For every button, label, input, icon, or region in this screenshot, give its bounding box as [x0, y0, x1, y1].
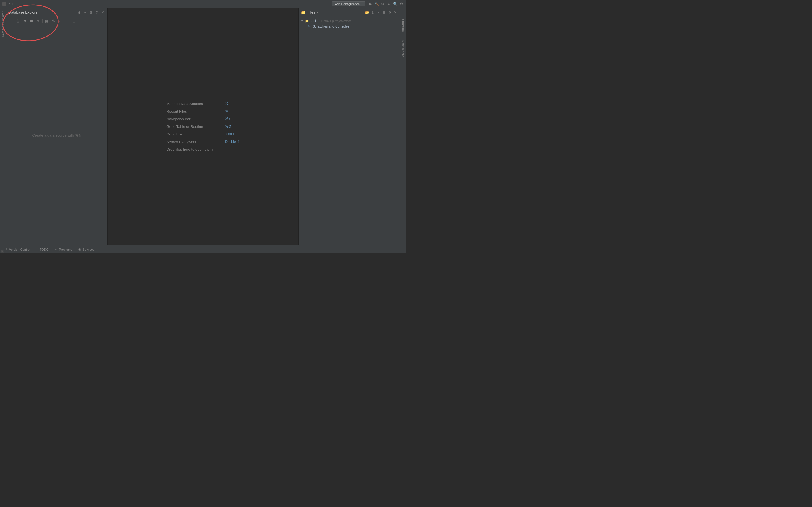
structure-strip-label[interactable]: Structure	[402, 19, 405, 32]
collapse-button[interactable]: ▾	[35, 18, 41, 24]
title-bar-right: Add Configuration... ▶ 🔨 ⚙ ⚙ 🔍 ⚙	[332, 1, 404, 6]
run-button[interactable]: ▶	[368, 2, 373, 6]
editor-shortcuts: Manage Data Sources⌘;Recent Files⌘ENavig…	[161, 96, 245, 157]
todo-label: TODO	[40, 248, 49, 251]
bottom-left-indicator: ▣	[1, 249, 4, 253]
back-button[interactable]: ←	[57, 18, 63, 24]
db-panel-title: Database Explorer	[8, 10, 39, 14]
dropdown-arrow-icon: ▼	[316, 11, 319, 14]
shortcut-row: Go to File⇧⌘O	[166, 132, 239, 136]
split-icon[interactable]: ⊟	[89, 10, 93, 15]
files-split-icon[interactable]: ⊟	[382, 10, 386, 15]
version-control-label: Version Control	[9, 248, 30, 251]
database-explorer-panel: Database Explorer ⊕ ≡ ⊟ ⚙ ✕ + ⎘ ↻ ⇄ ▾ ▦ …	[6, 8, 108, 245]
problems-label: Problems	[59, 248, 72, 251]
todo-tab[interactable]: ≡ TODO	[34, 247, 51, 252]
db-explorer-strip-label[interactable]: Database Explorer	[1, 11, 4, 37]
add-configuration-button[interactable]: Add Configuration...	[332, 1, 365, 6]
files-panel-header: 📁 Files ▼ 📂 ⊙ ≡ ⊟ ⚙ ✕	[299, 8, 400, 17]
shortcut-label: Search Everywhere	[166, 140, 223, 144]
add-datasource-button[interactable]: +	[8, 18, 14, 24]
search-icon[interactable]: 🔍	[393, 2, 398, 6]
shortcut-row: Recent Files⌘E	[166, 109, 239, 114]
left-sidebar-strip: Database Explorer	[0, 8, 6, 245]
title-bar-actions: ▶ 🔨 ⚙ ⚙ 🔍 ⚙	[368, 2, 404, 6]
notifications-strip-label[interactable]: Notifications	[402, 40, 405, 57]
shortcut-row: Manage Data Sources⌘;	[166, 102, 239, 106]
debug-icon[interactable]: ⚙	[380, 2, 385, 6]
files-panel-actions: 📂 ⊙ ≡ ⊟ ⚙ ✕	[365, 10, 398, 15]
editor-area: Manage Data Sources⌘;Recent Files⌘ENavig…	[108, 8, 298, 245]
files-panel-title-area: 📁 Files ▼	[301, 10, 319, 15]
db-panel-actions: ⊕ ≡ ⊟ ⚙ ✕	[77, 10, 105, 15]
refresh-button[interactable]: ↻	[21, 18, 28, 24]
file-tree-item-test[interactable]: ▼ 📁 test ~/DataGripProjects/test	[299, 18, 400, 24]
shortcut-label: Recent Files	[166, 109, 223, 114]
sync-button[interactable]: ⇄	[28, 18, 35, 24]
shortcut-label: Go to File	[166, 132, 223, 136]
globe-icon[interactable]: ⊕	[77, 10, 82, 15]
shortcut-label: Navigation Bar	[166, 117, 223, 121]
copy-button[interactable]: ⎘	[15, 18, 21, 24]
right-sidebar-strip: Structure Notifications	[400, 8, 406, 245]
list-icon[interactable]: ≡	[83, 10, 87, 15]
new-folder-icon[interactable]: 📂	[365, 10, 369, 15]
files-panel: 📁 Files ▼ 📂 ⊙ ≡ ⊟ ⚙ ✕ ▼ 📁 test ~/DataGri	[298, 8, 400, 245]
version-control-tab[interactable]: ↗ Version Control	[2, 246, 33, 252]
problems-tab[interactable]: ⚠ Problems	[52, 246, 75, 252]
shortcut-label: Drop files here to open them	[166, 147, 223, 152]
project-name: test	[311, 19, 316, 23]
table-view-button[interactable]: ▦	[44, 18, 50, 24]
services-tab[interactable]: ◉ Services	[75, 246, 97, 252]
shortcut-row: Search EverywhereDouble ⇧	[166, 140, 239, 144]
main-layout: Database Explorer Database Explorer ⊕ ≡ …	[0, 8, 406, 245]
title-bar: test Add Configuration... ▶ 🔨 ⚙ ⚙ 🔍 ⚙	[0, 0, 406, 8]
scroll-to-icon[interactable]: ⊙	[370, 10, 375, 15]
problems-icon: ⚠	[55, 247, 57, 251]
services-label: Services	[83, 248, 94, 251]
project-path: ~/DataGripProjects/test	[318, 19, 351, 22]
shortcut-key: ⇧⌘O	[225, 132, 234, 136]
files-panel-title: Files	[307, 10, 315, 14]
toolbar-separator-1	[42, 19, 43, 23]
shortcut-label: Go to Table or Routine	[166, 124, 223, 129]
services-icon: ◉	[79, 247, 81, 251]
version-control-icon: ↗	[5, 247, 8, 251]
profile-icon[interactable]: ⚙	[387, 2, 391, 6]
db-panel-header: Database Explorer ⊕ ≡ ⊟ ⚙ ✕	[6, 8, 107, 17]
bottom-bar: ↗ Version Control ≡ TODO ⚠ Problems ◉ Se…	[0, 245, 406, 253]
shortcut-label: Manage Data Sources	[166, 102, 223, 106]
shortcut-key: ⌘E	[225, 109, 231, 113]
scratches-label: Scratches and Consoles	[313, 24, 349, 29]
gear-icon[interactable]: ⚙	[95, 10, 99, 15]
shortcut-key: ⌘O	[225, 124, 231, 128]
file-tree-item-scratches[interactable]: ✎ Scratches and Consoles	[299, 24, 400, 29]
db-toolbar: + ⎘ ↻ ⇄ ▾ ▦ ✎ ← → ⊟	[6, 17, 107, 25]
files-gear-icon[interactable]: ⚙	[388, 10, 392, 15]
shortcut-row: Drop files here to open them	[166, 147, 239, 152]
create-datasource-hint: Create a data source with ⌘N	[32, 133, 81, 137]
edit-button[interactable]: ✎	[50, 18, 57, 24]
app-title: test	[8, 2, 13, 6]
db-panel-content: Create a data source with ⌘N	[6, 25, 107, 245]
title-bar-left: test	[2, 2, 13, 6]
forward-button[interactable]: →	[64, 18, 70, 24]
files-dropdown[interactable]: Files ▼	[307, 10, 319, 14]
settings-icon[interactable]: ⚙	[399, 2, 404, 6]
shortcut-key: ⌘↑	[225, 117, 230, 121]
shortcut-key: ⌘;	[225, 102, 229, 106]
shortcut-row: Navigation Bar⌘↑	[166, 117, 239, 121]
app-icon	[2, 2, 6, 6]
expand-arrow-icon: ▼	[301, 19, 303, 22]
build-icon[interactable]: 🔨	[374, 2, 379, 6]
shortcut-key: Double ⇧	[225, 140, 239, 144]
close-icon[interactable]: ✕	[101, 10, 105, 15]
todo-icon: ≡	[36, 248, 38, 251]
files-panel-content: ▼ 📁 test ~/DataGripProjects/test ✎ Scrat…	[299, 17, 400, 245]
shortcut-row: Go to Table or Routine⌘O	[166, 124, 239, 129]
files-close-icon[interactable]: ✕	[393, 10, 398, 15]
scratches-icon: ✎	[307, 24, 311, 29]
filter-button[interactable]: ⊟	[71, 18, 77, 24]
folder-icon: 📁	[305, 19, 309, 23]
collapse-all-icon[interactable]: ≡	[376, 10, 380, 15]
